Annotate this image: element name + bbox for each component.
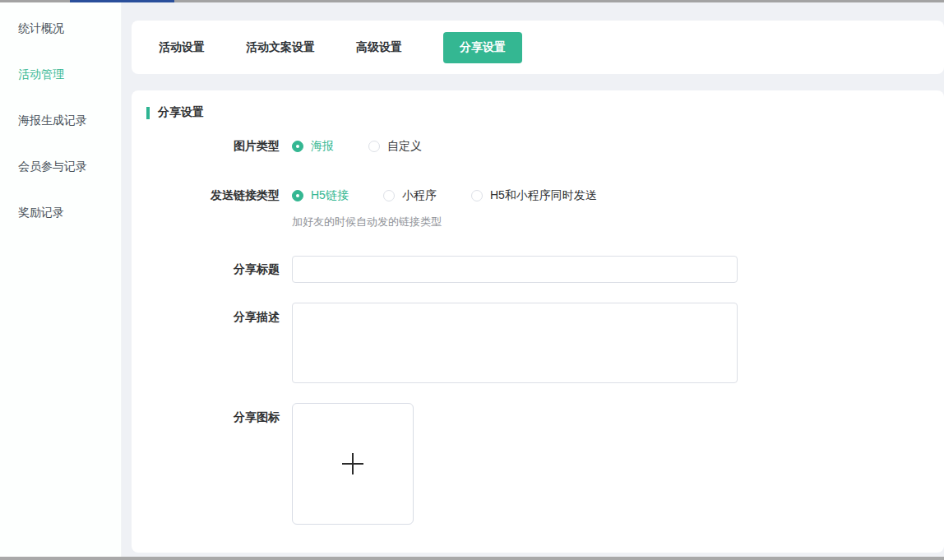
window-bottom-edge: [0, 557, 944, 560]
radio-option-label: H5链接: [311, 187, 349, 203]
tab-activity-copy-settings[interactable]: 活动文案设置: [246, 40, 315, 55]
app-root: 统计概况 活动管理 海报生成记录 会员参与记录 奖励记录 活动设置 活动文案设置…: [0, 2, 944, 557]
form-row-image-type: 图片类型 海报 自定义: [146, 138, 944, 154]
section-header: 分享设置: [146, 105, 944, 120]
link-type-radio-group: H5链接 小程序 H5和小程序同时发送: [292, 187, 632, 203]
radio-option-h5-and-mini-program[interactable]: H5和小程序同时发送: [471, 187, 597, 203]
section-title: 分享设置: [158, 105, 204, 120]
form-row-link-type: 发送链接类型 H5链接 小程序 H5和小程序同时发送: [146, 187, 944, 203]
form-row-share-icon: 分享图标: [146, 403, 944, 525]
form-row-share-title: 分享标题: [146, 256, 944, 283]
sidebar-item-reward-records[interactable]: 奖励记录: [0, 190, 121, 236]
window-top-edge: [0, 0, 944, 2]
share-title-input[interactable]: [292, 256, 738, 283]
sidebar-item-poster-generation-records[interactable]: 海报生成记录: [0, 98, 121, 144]
radio-option-poster[interactable]: 海报: [292, 138, 334, 154]
tabs-bar: 活动设置 活动文案设置 高级设置 分享设置: [132, 21, 944, 74]
radio-option-mini-program[interactable]: 小程序: [383, 187, 437, 203]
radio-icon: [368, 141, 380, 152]
form-row-share-desc: 分享描述: [146, 303, 944, 383]
radio-option-custom[interactable]: 自定义: [368, 138, 422, 154]
image-type-radio-group: 海报 自定义: [292, 138, 456, 154]
window-top-edge-blue-segment: [70, 0, 174, 2]
radio-option-label: 自定义: [387, 138, 422, 154]
radio-option-label: H5和小程序同时发送: [490, 187, 597, 203]
radio-option-label: 海报: [311, 138, 334, 154]
main-content: 活动设置 活动文案设置 高级设置 分享设置 分享设置 图片类型 海报: [122, 2, 944, 557]
radio-icon: [292, 141, 303, 152]
share-icon-upload-button[interactable]: [292, 403, 414, 525]
share-settings-panel: 分享设置 图片类型 海报 自定义 发送链接类型: [132, 90, 944, 553]
section-accent-bar: [146, 107, 150, 119]
radio-icon: [292, 190, 303, 201]
share-desc-label: 分享描述: [146, 303, 292, 325]
radio-option-label: 小程序: [402, 187, 437, 203]
share-title-label: 分享标题: [146, 261, 292, 277]
share-desc-textarea[interactable]: [292, 303, 738, 383]
tab-share-settings[interactable]: 分享设置: [443, 32, 522, 63]
image-type-label: 图片类型: [146, 138, 292, 154]
sidebar: 统计概况 活动管理 海报生成记录 会员参与记录 奖励记录: [0, 2, 122, 557]
sidebar-menu: 统计概况 活动管理 海报生成记录 会员参与记录 奖励记录: [0, 6, 121, 236]
tab-advanced-settings[interactable]: 高级设置: [356, 40, 402, 55]
form-row-link-type-helper: 加好友的时候自动发的链接类型: [146, 216, 944, 228]
link-type-helper-text: 加好友的时候自动发的链接类型: [292, 216, 442, 228]
sidebar-item-activity-management[interactable]: 活动管理: [0, 52, 121, 98]
radio-option-h5-link[interactable]: H5链接: [292, 187, 349, 203]
radio-icon: [383, 190, 395, 201]
tab-activity-settings[interactable]: 活动设置: [159, 40, 205, 55]
plus-icon: [342, 453, 363, 474]
sidebar-item-statistics-overview[interactable]: 统计概况: [0, 6, 121, 52]
link-type-label: 发送链接类型: [146, 187, 292, 203]
radio-icon: [471, 190, 483, 201]
sidebar-item-member-participation-records[interactable]: 会员参与记录: [0, 144, 121, 190]
share-icon-label: 分享图标: [146, 403, 292, 425]
